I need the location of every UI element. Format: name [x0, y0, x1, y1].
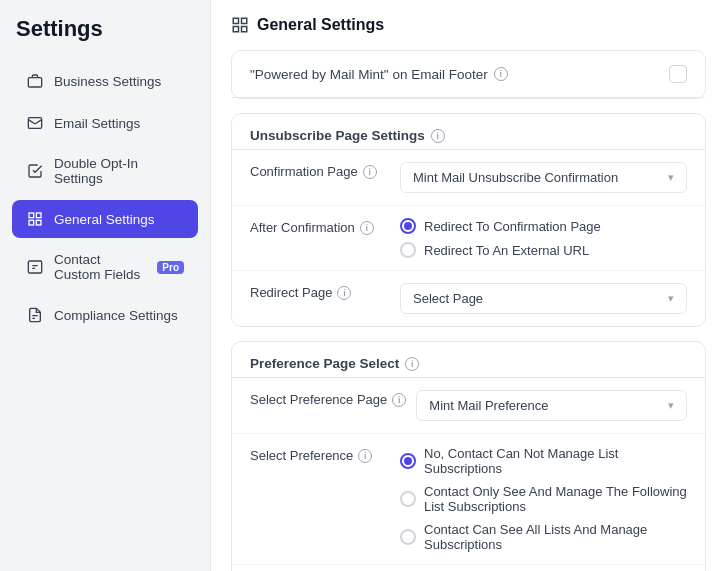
section-title: General Settings: [257, 16, 384, 34]
main-content: General Settings "Powered by Mail Mint" …: [210, 0, 726, 571]
svg-rect-0: [28, 78, 41, 87]
select-preference-page-label: Select Preference Page i: [250, 390, 406, 407]
preference-card: Preference Page Select i Select Preferen…: [231, 341, 706, 571]
confirmation-page-select[interactable]: Mint Mail Unsubscribe Confirmation ▾: [400, 162, 687, 193]
select-preference-page-field: Mint Mail Preference ▾: [416, 390, 687, 421]
email-icon: [26, 114, 44, 132]
confirmation-page-label: Confirmation Page i: [250, 162, 390, 179]
page-title: Settings: [12, 16, 198, 42]
preference-title-label: Preference Page Select: [250, 356, 399, 371]
redirect-page-row: Redirect Page i Select Page ▾: [232, 271, 705, 326]
sidebar-item-business[interactable]: Business Settings: [12, 62, 198, 100]
after-confirmation-option-0[interactable]: Redirect To Confirmation Page: [400, 218, 687, 234]
sidebar-item-email-label: Email Settings: [54, 116, 184, 131]
general-settings-icon: [231, 16, 249, 34]
powered-by-info-icon: i: [494, 67, 508, 81]
after-confirmation-options: Redirect To Confirmation Page Redirect T…: [400, 218, 687, 258]
preference-option-0[interactable]: No, Contact Can Not Manage List Subscrip…: [400, 446, 687, 476]
svg-rect-2: [29, 213, 34, 218]
compliance-icon: [26, 306, 44, 324]
chevron-down-icon: ▾: [668, 171, 674, 184]
select-preference-page-info: i: [392, 393, 406, 407]
radio-redirect-external[interactable]: [400, 242, 416, 258]
radio-all-lists[interactable]: [400, 529, 416, 545]
svg-rect-10: [242, 27, 247, 32]
sidebar-item-contact-custom-label: Contact Custom Fields: [54, 252, 147, 282]
select-preference-page-row: Select Preference Page i Mint Mail Prefe…: [232, 378, 705, 434]
confirmation-page-row: Confirmation Page i Mint Mail Unsubscrib…: [232, 150, 705, 206]
select-preference-row: Select Preference i No, Contact Can Not …: [232, 434, 705, 565]
powered-by-card: "Powered by Mail Mint" on Email Footer i: [231, 50, 706, 99]
powered-by-row: "Powered by Mail Mint" on Email Footer i: [232, 51, 705, 98]
redirect-page-label: Redirect Page i: [250, 283, 390, 300]
unsubscribe-info-icon: i: [431, 129, 445, 143]
preference-option-2[interactable]: Contact Can See All Lists And Manage Sub…: [400, 522, 687, 552]
unsubscribe-title-label: Unsubscribe Page Settings: [250, 128, 425, 143]
svg-rect-7: [233, 18, 238, 23]
sidebar-item-general[interactable]: General Settings: [12, 200, 198, 238]
sidebar-item-compliance-label: Compliance Settings: [54, 308, 184, 323]
powered-by-checkbox[interactable]: [669, 65, 687, 83]
pro-badge: Pro: [157, 261, 184, 274]
select-preference-info: i: [358, 449, 372, 463]
sidebar-item-business-label: Business Settings: [54, 74, 184, 89]
contact-icon: [26, 258, 44, 276]
preference-title: Preference Page Select i: [232, 342, 705, 378]
svg-rect-3: [36, 213, 41, 218]
svg-rect-5: [36, 220, 41, 225]
sidebar-item-general-label: General Settings: [54, 212, 184, 227]
confirmation-page-info: i: [363, 165, 377, 179]
select-preference-label: Select Preference i: [250, 446, 390, 463]
unsubscribe-title: Unsubscribe Page Settings i: [232, 114, 705, 150]
preference-page-chevron-icon: ▾: [668, 399, 674, 412]
powered-by-label: "Powered by Mail Mint" on Email Footer: [250, 67, 488, 82]
sidebar-item-email[interactable]: Email Settings: [12, 104, 198, 142]
confirmation-page-field: Mint Mail Unsubscribe Confirmation ▾: [400, 162, 687, 193]
sidebar-item-double-optin-label: Double Opt-In Settings: [54, 156, 184, 186]
svg-rect-9: [233, 27, 238, 32]
double-optin-icon: [26, 162, 44, 180]
svg-rect-8: [242, 18, 247, 23]
svg-rect-1: [28, 118, 41, 129]
radio-following-list[interactable]: [400, 491, 416, 507]
redirect-chevron-icon: ▾: [668, 292, 674, 305]
select-preference-options: No, Contact Can Not Manage List Subscrip…: [400, 446, 687, 552]
sidebar: Settings Business Settings Email Setting…: [0, 0, 210, 571]
radio-redirect-confirmation[interactable]: [400, 218, 416, 234]
unsubscribe-card: Unsubscribe Page Settings i Confirmation…: [231, 113, 706, 327]
after-confirmation-label: After Confirmation i: [250, 218, 390, 235]
redirect-page-select[interactable]: Select Page ▾: [400, 283, 687, 314]
svg-rect-4: [29, 220, 34, 225]
editable-primary-fields-row: Editable Primary Fields i First Name Las…: [232, 565, 705, 571]
sidebar-item-double-optin[interactable]: Double Opt-In Settings: [12, 146, 198, 196]
preference-option-1[interactable]: Contact Only See And Manage The Followin…: [400, 484, 687, 514]
radio-no-manage[interactable]: [400, 453, 416, 469]
redirect-page-info: i: [337, 286, 351, 300]
preference-info-icon: i: [405, 357, 419, 371]
sidebar-item-compliance[interactable]: Compliance Settings: [12, 296, 198, 334]
svg-rect-6: [28, 261, 41, 273]
sidebar-item-contact-custom[interactable]: Contact Custom Fields Pro: [12, 242, 198, 292]
redirect-page-field: Select Page ▾: [400, 283, 687, 314]
after-confirmation-info: i: [360, 221, 374, 235]
general-icon: [26, 210, 44, 228]
after-confirmation-row: After Confirmation i Redirect To Confirm…: [232, 206, 705, 271]
after-confirmation-option-1[interactable]: Redirect To An External URL: [400, 242, 687, 258]
select-preference-page-select[interactable]: Mint Mail Preference ▾: [416, 390, 687, 421]
briefcase-icon: [26, 72, 44, 90]
section-header: General Settings: [231, 16, 706, 34]
